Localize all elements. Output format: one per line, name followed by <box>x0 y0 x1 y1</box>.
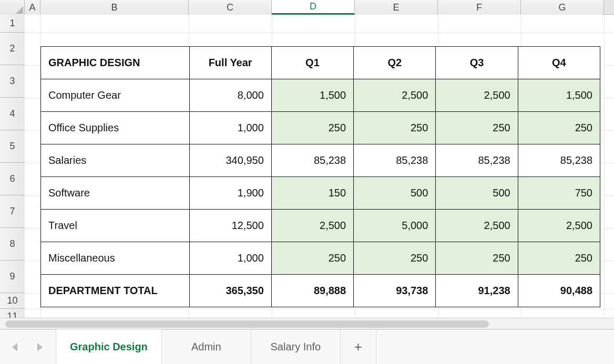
table-row: Travel12,5002,5005,0002,5002,500 <box>41 210 600 242</box>
row-label[interactable]: Miscellaneous <box>41 242 190 275</box>
column-header-B[interactable]: B <box>40 0 189 15</box>
cell-q1[interactable]: 250 <box>271 242 353 275</box>
total-q4[interactable]: 90,488 <box>518 275 600 307</box>
row-header-6[interactable]: 6 <box>0 163 25 195</box>
cell-fullyear[interactable]: 1,000 <box>189 112 271 144</box>
cell-q1[interactable]: 85,238 <box>271 144 353 177</box>
cell-q3[interactable]: 2,500 <box>436 210 518 242</box>
cell-q2[interactable]: 2,500 <box>354 79 436 112</box>
cell-grid[interactable]: GRAPHIC DESIGN Full Year Q1 Q2 Q3 Q4 Com… <box>25 15 614 318</box>
cell-q1[interactable]: 2,500 <box>271 210 353 242</box>
cell-q4[interactable]: 250 <box>518 242 600 275</box>
cell-fullyear[interactable]: 12,500 <box>189 210 271 242</box>
column-header-D[interactable]: D <box>272 0 355 15</box>
horizontal-scrollbar[interactable] <box>0 318 614 329</box>
cell-q2[interactable]: 250 <box>354 112 436 144</box>
row-header-3[interactable]: 3 <box>0 65 25 98</box>
scrollbar-thumb[interactable] <box>5 320 489 328</box>
column-headers: ABCDEFG <box>0 0 614 15</box>
select-all-corner[interactable] <box>0 0 25 15</box>
cell-q1[interactable]: 250 <box>271 112 353 144</box>
cell-fullyear[interactable]: 1,900 <box>189 177 271 210</box>
cell-q3[interactable]: 2,500 <box>436 79 518 112</box>
cell-fullyear[interactable]: 8,000 <box>189 79 271 112</box>
row-label[interactable]: Computer Gear <box>41 79 190 112</box>
column-header-C[interactable]: C <box>189 0 272 15</box>
row-header-8[interactable]: 8 <box>0 228 25 261</box>
cell-q4[interactable]: 750 <box>518 177 600 210</box>
cell-q4[interactable]: 250 <box>518 112 600 144</box>
row-headers: 1234567891011 <box>0 15 25 318</box>
row-label[interactable]: Software <box>41 177 190 210</box>
sheet-tabs: Graphic DesignAdminSalary Info+ <box>56 330 376 364</box>
table-row: Computer Gear8,0001,5002,5002,5001,500 <box>41 79 600 112</box>
row-header-4[interactable]: 4 <box>0 98 25 130</box>
cell-q2[interactable]: 5,000 <box>354 210 436 242</box>
row-header-2[interactable]: 2 <box>0 33 25 65</box>
total-label[interactable]: DEPARTMENT TOTAL <box>41 275 190 307</box>
row-header-10[interactable]: 10 <box>0 293 25 309</box>
total-q3[interactable]: 91,238 <box>436 275 518 307</box>
budget-table: GRAPHIC DESIGN Full Year Q1 Q2 Q3 Q4 Com… <box>40 46 600 307</box>
table-total-row: DEPARTMENT TOTAL365,35089,88893,73891,23… <box>41 275 600 307</box>
row-header-7[interactable]: 7 <box>0 195 25 228</box>
cell-q3[interactable]: 250 <box>436 112 518 144</box>
gridline-horizontal <box>25 309 614 309</box>
gridline-horizontal <box>25 33 614 33</box>
cell-fullyear[interactable]: 1,000 <box>189 242 271 275</box>
row-label[interactable]: Office Supplies <box>41 112 190 144</box>
svg-marker-1 <box>12 343 17 351</box>
cell-q4[interactable]: 2,500 <box>518 210 600 242</box>
column-header-E[interactable]: E <box>355 0 438 15</box>
cell-q2[interactable]: 250 <box>354 242 436 275</box>
cell-q3[interactable]: 500 <box>436 177 518 210</box>
column-header-G[interactable]: G <box>521 0 604 15</box>
row-header-9[interactable]: 9 <box>0 261 25 293</box>
column-header-A[interactable]: A <box>25 0 40 15</box>
row-header-1[interactable]: 1 <box>0 15 25 33</box>
cell-q3[interactable]: 250 <box>436 242 518 275</box>
svg-marker-2 <box>37 343 43 351</box>
sheet-tab-admin[interactable]: Admin <box>162 330 251 364</box>
column-header-F[interactable]: F <box>438 0 521 15</box>
tab-nav-prev[interactable] <box>4 337 25 358</box>
cell-q2[interactable]: 85,238 <box>354 144 436 177</box>
cell-q4[interactable]: 1,500 <box>518 79 600 112</box>
total-q1[interactable]: 89,888 <box>271 275 353 307</box>
tab-nav-next[interactable] <box>29 337 50 358</box>
col-fullyear[interactable]: Full Year <box>189 47 271 79</box>
gridline-vertical <box>604 15 605 318</box>
row-header-5[interactable]: 5 <box>0 130 25 163</box>
col-q2[interactable]: Q2 <box>354 47 436 79</box>
total-fullyear[interactable]: 365,350 <box>189 275 271 307</box>
svg-marker-0 <box>16 6 23 14</box>
sheet-tab-bar: Graphic DesignAdminSalary Info+ <box>0 329 614 364</box>
table-row: Software1,900150500500750 <box>41 177 600 210</box>
cell-q3[interactable]: 85,238 <box>436 144 518 177</box>
table-title[interactable]: GRAPHIC DESIGN <box>41 47 190 79</box>
cell-q4[interactable]: 85,238 <box>518 144 600 177</box>
row-label[interactable]: Salaries <box>41 144 190 177</box>
cell-q1[interactable]: 150 <box>271 177 353 210</box>
worksheet-area: ABCDEFG 1234567891011 GRAPHIC DESIGN Ful… <box>0 0 614 318</box>
row-label[interactable]: Travel <box>41 210 190 242</box>
table-row: Office Supplies1,000250250250250 <box>41 112 600 144</box>
col-q3[interactable]: Q3 <box>436 47 518 79</box>
col-q1[interactable]: Q1 <box>271 47 353 79</box>
cell-fullyear[interactable]: 340,950 <box>189 144 271 177</box>
add-sheet-button[interactable]: + <box>341 330 376 364</box>
cell-q2[interactable]: 500 <box>354 177 436 210</box>
sheet-tab-salary-info[interactable]: Salary Info <box>251 330 341 364</box>
sheet-tab-graphic-design[interactable]: Graphic Design <box>56 330 162 364</box>
col-q4[interactable]: Q4 <box>518 47 600 79</box>
table-row: Miscellaneous1,000250250250250 <box>41 242 600 275</box>
table-row: Salaries340,95085,23885,23885,23885,238 <box>41 144 600 177</box>
cell-q1[interactable]: 1,500 <box>271 79 353 112</box>
total-q2[interactable]: 93,738 <box>354 275 436 307</box>
